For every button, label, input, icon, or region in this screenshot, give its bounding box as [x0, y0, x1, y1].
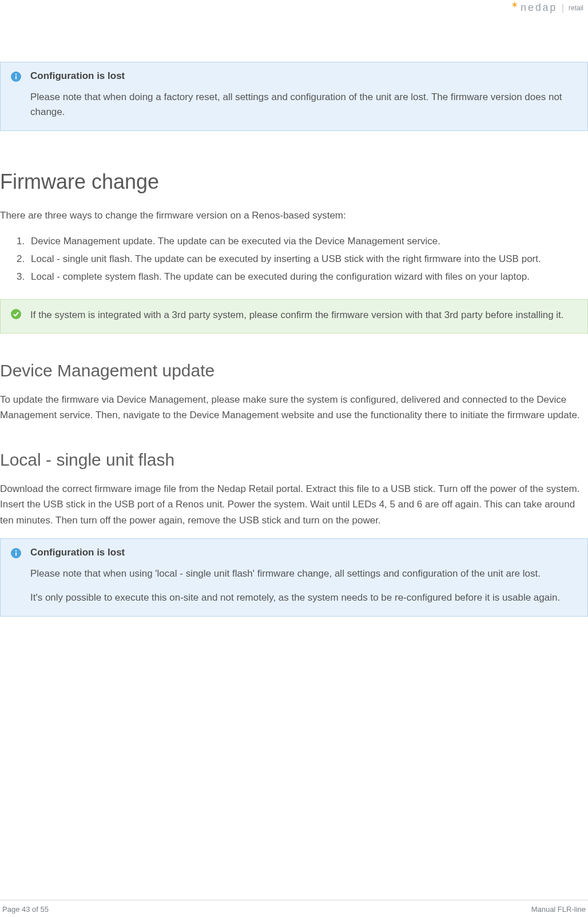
svg-point-3 [11, 309, 21, 319]
dm-text: To update the firmware via Device Manage… [0, 392, 588, 423]
info-icon [11, 548, 21, 558]
svg-point-6 [15, 550, 17, 551]
list-item: Local - single unit flash. The update ca… [27, 251, 588, 268]
heading-device-management: Device Management update [0, 361, 588, 380]
list-item: Device Management update. The update can… [27, 233, 588, 250]
check-icon [11, 309, 21, 319]
page-footer: Page 43 of 55 Manual FLR-line [0, 900, 588, 917]
footer-doc: Manual FLR-line [531, 905, 586, 914]
local-text: Download the correct firmware image file… [0, 481, 588, 528]
logo-star-icon: ✶ [511, 0, 518, 10]
callout-local-config-lost: Configuration is lost Please note that w… [0, 538, 588, 617]
svg-rect-1 [15, 76, 17, 80]
firmware-list: Device Management update. The update can… [27, 233, 588, 285]
logo-divider: | [562, 3, 564, 13]
brand-logo: ✶ nedap | retail [511, 2, 583, 14]
list-item: Local - complete system flash. The updat… [27, 269, 588, 285]
callout-title: Configuration is lost [30, 547, 577, 558]
callout-text: Please note that when doing a factory re… [30, 90, 577, 120]
heading-firmware-change: Firmware change [0, 170, 588, 194]
heading-local-single-unit: Local - single unit flash [0, 450, 588, 470]
callout-text-2: It's only possible to execute this on-si… [30, 590, 577, 605]
svg-point-2 [15, 74, 17, 75]
callout-title: Configuration is lost [30, 70, 577, 82]
brand-name: nedap [521, 2, 557, 14]
brand-sub: retail [569, 4, 583, 12]
callout-thirdparty: If the system is integrated with a 3rd p… [0, 299, 588, 334]
callout-text: If the system is integrated with a 3rd p… [30, 308, 577, 323]
callout-text: Please note that when using 'local - sin… [30, 566, 577, 581]
info-icon [11, 72, 21, 82]
footer-page: Page 43 of 55 [2, 905, 49, 914]
callout-factory-reset: Configuration is lost Please note that w… [0, 62, 588, 131]
svg-rect-5 [15, 552, 17, 555]
firmware-intro: There are three ways to change the firmw… [0, 208, 588, 223]
